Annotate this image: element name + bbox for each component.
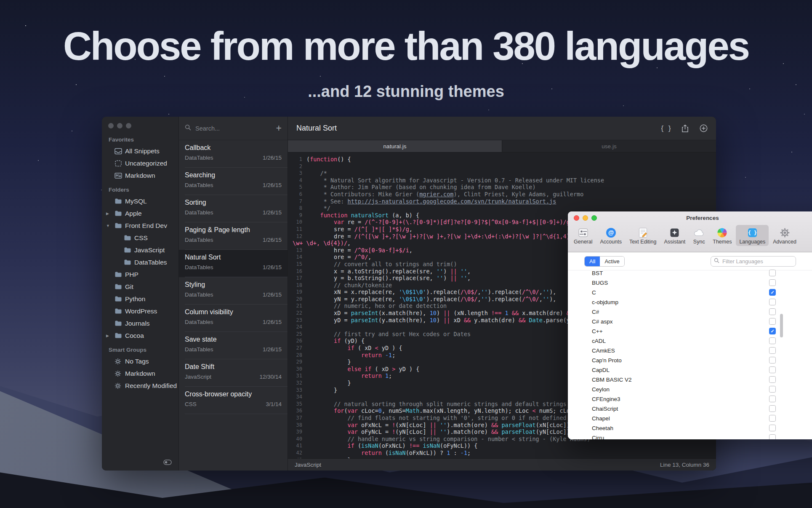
sidebar-item-all-snippets[interactable]: All Snippets xyxy=(102,145,178,157)
status-cursor-position: Line 13, Column 36 xyxy=(660,462,709,468)
filter-languages-input[interactable] xyxy=(721,258,793,265)
snippet-row-callback[interactable]: CallbackDataTables1/26/15 xyxy=(179,140,288,168)
snippet-row-paging-page-length[interactable]: Paging & Page lengthDataTables1/26/15 xyxy=(179,222,288,250)
language-checkbox[interactable] xyxy=(769,299,776,305)
sidebar-item-apple[interactable]: ▶Apple xyxy=(102,207,178,219)
sidebar-item-front-end-dev[interactable]: ▼Front End Dev xyxy=(102,219,178,232)
language-row-cfengine3[interactable]: CFEngine3 xyxy=(568,394,812,404)
scrollbar-thumb[interactable] xyxy=(780,314,783,337)
sidebar-item-python[interactable]: Python xyxy=(102,293,178,305)
sidebar-item-recently-modified[interactable]: Recently Modified xyxy=(102,380,178,392)
code-line: 4 * Natural Sort algorithm for Javascrip… xyxy=(288,177,716,184)
tab-natural-js[interactable]: natural.js xyxy=(288,140,502,152)
language-checkbox[interactable] xyxy=(769,366,776,373)
language-checkbox[interactable] xyxy=(769,415,776,422)
pref-tab-assistant[interactable]: Assistant xyxy=(661,225,689,246)
braces-button[interactable]: { } xyxy=(661,125,671,132)
status-language[interactable]: JavaScript xyxy=(295,462,321,468)
sidebar-item-cocoa[interactable]: ▶Cocoa xyxy=(102,329,178,342)
pref-tab-themes[interactable]: Themes xyxy=(709,225,735,246)
language-row-bugs[interactable]: BUGS xyxy=(568,278,812,288)
language-checkbox[interactable] xyxy=(769,396,776,402)
snippet-title: Cross-browser opacity xyxy=(185,390,282,398)
share-button[interactable] xyxy=(682,124,689,133)
snippet-row-cross-browser-opacity[interactable]: Cross-browser opacityCSS3/1/14 xyxy=(179,387,288,414)
snippet-row-save-state[interactable]: Save stateDataTables1/26/15 xyxy=(179,332,288,359)
language-checkbox[interactable] xyxy=(769,308,776,315)
language-row-c-objdump[interactable]: c-objdump xyxy=(568,297,812,307)
language-row-c-aspx[interactable]: C# aspx xyxy=(568,317,812,326)
sidebar-item-markdown[interactable]: Markdown xyxy=(102,367,178,380)
segment-all[interactable]: All xyxy=(585,257,600,266)
language-row-cadl[interactable]: cADL xyxy=(568,336,812,346)
pref-tab-sync[interactable]: Sync xyxy=(690,225,708,246)
zoom-button[interactable] xyxy=(126,123,131,128)
pref-tab-accounts[interactable]: @Accounts xyxy=(596,225,625,246)
language-row-c[interactable]: C++✓ xyxy=(568,326,812,336)
sidebar-item-javascript[interactable]: JavaScript xyxy=(102,244,178,256)
zoom-button[interactable] xyxy=(591,215,597,221)
snippet-row-searching[interactable]: SearchingDataTables1/26/15 xyxy=(179,168,288,195)
language-checkbox[interactable] xyxy=(769,347,776,354)
add-snippet-button[interactable]: + xyxy=(276,123,282,133)
language-row-cirru[interactable]: Cirru xyxy=(568,433,812,439)
pref-tab-text-editing[interactable]: Text Editing xyxy=(626,225,660,246)
sidebar-item-git[interactable]: Git xyxy=(102,281,178,293)
disclosure-down-icon[interactable]: ▼ xyxy=(106,224,110,228)
sidebar-item-css[interactable]: CSS xyxy=(102,232,178,244)
language-row-c[interactable]: C# xyxy=(568,307,812,317)
folder-icon xyxy=(124,259,134,265)
language-checkbox[interactable] xyxy=(769,357,776,364)
plus-circle-button[interactable] xyxy=(700,124,708,132)
sidebar-item-wordpress[interactable]: WordPress xyxy=(102,305,178,317)
language-row-cbm-basic-v2[interactable]: CBM BASIC V2 xyxy=(568,375,812,385)
close-button[interactable] xyxy=(108,123,114,128)
search-input[interactable] xyxy=(194,125,273,132)
close-button[interactable] xyxy=(574,215,579,221)
tab-use-js[interactable]: use.js xyxy=(502,140,716,152)
language-checkbox[interactable] xyxy=(769,425,776,431)
pref-tab-advanced[interactable]: Advanced xyxy=(769,225,800,246)
language-checkbox[interactable] xyxy=(769,434,776,439)
language-name: BUGS xyxy=(592,280,608,286)
sidebar-item-mysql[interactable]: MySQL xyxy=(102,195,178,207)
language-row-ceylon[interactable]: Ceylon xyxy=(568,385,812,394)
code-text: if (isNaN(oFxNcL) !== isNaN(oFyNcL)) { xyxy=(302,442,477,449)
minimize-button[interactable] xyxy=(117,123,122,128)
language-checkbox[interactable] xyxy=(769,386,776,393)
sidebar-item-php[interactable]: PHP xyxy=(102,268,178,281)
language-row-camkes[interactable]: CAmkES xyxy=(568,346,812,356)
segment-active[interactable]: Active xyxy=(600,257,624,266)
language-row-chaiscript[interactable]: ChaiScript xyxy=(568,404,812,414)
minimize-button[interactable] xyxy=(583,215,588,221)
language-checkbox[interactable] xyxy=(769,279,776,286)
language-checkbox[interactable] xyxy=(769,270,776,276)
snippet-row-styling[interactable]: StylingDataTables1/26/15 xyxy=(179,277,288,305)
language-row-cap-n-proto[interactable]: Cap'n Proto xyxy=(568,356,812,365)
language-checkbox[interactable]: ✓ xyxy=(769,328,776,334)
language-row-chapel[interactable]: Chapel xyxy=(568,414,812,423)
sidebar-item-uncategorized[interactable]: Uncategorized xyxy=(102,157,178,169)
language-checkbox[interactable] xyxy=(769,376,776,383)
sidebar-item-markdown[interactable]: Markdown xyxy=(102,169,178,182)
language-checkbox[interactable] xyxy=(769,405,776,412)
disclosure-right-icon[interactable]: ▶ xyxy=(106,211,109,216)
sidebar-toggle-button[interactable] xyxy=(163,459,172,467)
language-checkbox[interactable] xyxy=(769,337,776,344)
pref-tab-general[interactable]: General xyxy=(570,225,596,246)
language-checkbox[interactable]: ✓ xyxy=(769,289,776,296)
language-row-capdl[interactable]: CapDL xyxy=(568,365,812,375)
snippet-row-date-shift[interactable]: Date ShiftJavaScript12/30/14 xyxy=(179,359,288,387)
pref-tab-languages[interactable]: { }Languages xyxy=(736,225,769,246)
language-checkbox[interactable] xyxy=(769,318,776,325)
snippet-row-sorting[interactable]: SortingDataTables1/26/15 xyxy=(179,195,288,222)
snippet-row-column-visibility[interactable]: Column visibilityDataTables1/26/15 xyxy=(179,305,288,332)
language-row-bst[interactable]: BST xyxy=(568,268,812,278)
language-row-c[interactable]: C✓ xyxy=(568,288,812,297)
language-row-cheetah[interactable]: Cheetah xyxy=(568,423,812,433)
snippet-row-natural-sort[interactable]: Natural SortDataTables1/26/15 xyxy=(179,250,288,277)
sidebar-item-datatables[interactable]: DataTables xyxy=(102,256,178,268)
sidebar-item-no-tags[interactable]: No Tags xyxy=(102,355,178,367)
sidebar-item-journals[interactable]: Journals xyxy=(102,317,178,329)
disclosure-right-icon[interactable]: ▶ xyxy=(106,334,109,338)
